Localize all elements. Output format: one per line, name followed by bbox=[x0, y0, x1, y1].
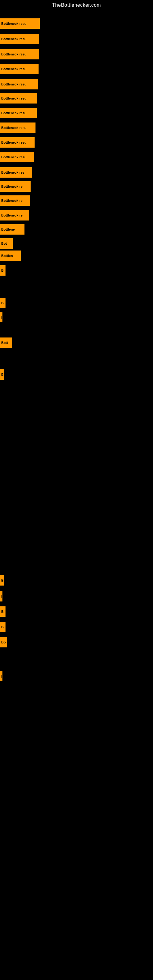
bar-label: Bottleneck resu bbox=[0, 34, 39, 44]
bar-row: Bottleneck re bbox=[0, 196, 30, 206]
bar-label: Bottleneck res bbox=[0, 167, 32, 178]
bar-row: Bottleneck resu bbox=[0, 108, 37, 118]
bar-row: E bbox=[0, 369, 4, 380]
bar-label: B bbox=[0, 622, 5, 632]
bar-row: Bottleneck resu bbox=[0, 34, 39, 44]
bar-label: Bottleneck resu bbox=[0, 108, 37, 118]
bar-row: | bbox=[0, 671, 2, 681]
bar-row: Bottleneck resu bbox=[0, 152, 33, 162]
bar-row: Bottleneck res bbox=[0, 167, 32, 178]
bar-label: | bbox=[0, 671, 2, 681]
bar-label: Bottlen bbox=[0, 250, 21, 261]
bar-label: Bottleneck resu bbox=[0, 79, 38, 89]
bar-label: Bot bbox=[0, 238, 13, 249]
bar-label: E bbox=[0, 369, 4, 380]
bar-row: Bott bbox=[0, 337, 12, 348]
bar-row: Bot bbox=[0, 238, 13, 249]
bar-label: Bottleneck resu bbox=[0, 152, 33, 162]
bar-row: Bottleneck resu bbox=[0, 93, 37, 103]
bar-row: Bottleneck resu bbox=[0, 123, 35, 133]
bar-row: B bbox=[0, 298, 5, 308]
bar-label: Bo bbox=[0, 637, 7, 648]
bar-row: Bottleneck resu bbox=[0, 49, 39, 59]
bar-label: Bottleneck resu bbox=[0, 64, 38, 74]
bar-label: Bottleneck re bbox=[0, 181, 30, 192]
bar-label: Bott bbox=[0, 337, 12, 348]
bar-row: Bottlene bbox=[0, 224, 24, 235]
bar-label: | bbox=[0, 312, 2, 322]
bar-row: B bbox=[0, 622, 5, 632]
bar-label: B bbox=[0, 606, 5, 617]
bar-row: Bottleneck resu bbox=[0, 79, 38, 89]
bar-row: E bbox=[0, 575, 4, 585]
bar-label: | bbox=[0, 591, 2, 601]
bar-label: Bottleneck resu bbox=[0, 18, 40, 29]
bar-label: Bottleneck re bbox=[0, 196, 30, 206]
bar-label: Bottleneck resu bbox=[0, 137, 35, 148]
bar-row: Bottleneck resu bbox=[0, 18, 40, 29]
bar-label: E bbox=[0, 575, 4, 585]
bar-row: Bottlen bbox=[0, 250, 21, 261]
site-title: TheBottlenecker.com bbox=[0, 0, 153, 9]
bar-row: B bbox=[0, 606, 5, 617]
bar-label: B bbox=[0, 298, 5, 308]
bar-row: Bottleneck re bbox=[0, 181, 30, 192]
bar-row: Bottleneck resu bbox=[0, 137, 35, 148]
bar-label: Bottlene bbox=[0, 224, 24, 235]
bar-label: Bottleneck resu bbox=[0, 123, 35, 133]
bar-row: Bottleneck resu bbox=[0, 64, 38, 74]
bar-row: B bbox=[0, 265, 5, 275]
bar-label: Bottleneck resu bbox=[0, 93, 37, 103]
bar-label: Bottleneck resu bbox=[0, 49, 39, 59]
bar-row: | bbox=[0, 312, 2, 322]
bar-label: B bbox=[0, 265, 5, 275]
bar-row: Bottleneck re bbox=[0, 210, 29, 221]
bar-row: Bo bbox=[0, 637, 7, 648]
bar-label: Bottleneck re bbox=[0, 210, 29, 221]
bar-row: | bbox=[0, 591, 2, 601]
